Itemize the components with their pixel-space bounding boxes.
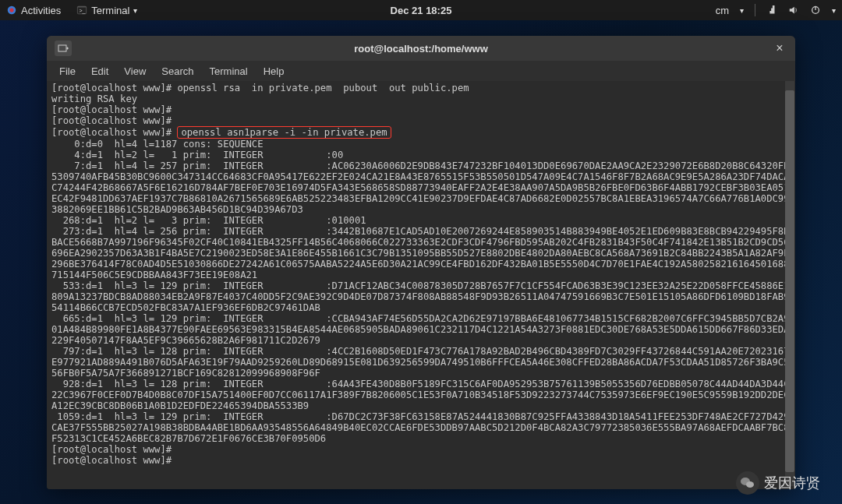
menu-terminal[interactable]: Terminal <box>203 64 254 79</box>
highlighted-command: openssl asn1parse -i -in private.pem <box>177 126 391 139</box>
activities-button[interactable]: Activities <box>6 5 61 16</box>
menubar: File Edit View Search Terminal Help <box>47 61 795 81</box>
menu-edit[interactable]: Edit <box>85 64 115 79</box>
user-label[interactable]: cm <box>716 5 729 16</box>
watermark: 爱因诗贤 <box>736 471 820 495</box>
menu-file[interactable]: File <box>53 64 82 79</box>
power-icon[interactable] <box>810 5 821 16</box>
prompt: [root@localhost www]# <box>51 127 177 138</box>
menu-help[interactable]: Help <box>257 64 291 79</box>
volume-icon[interactable] <box>788 5 799 16</box>
window-title: root@localhost:/home/www <box>354 43 488 55</box>
output-line: [root@localhost www]# openssl rsa in pri… <box>51 83 469 93</box>
menu-search[interactable]: Search <box>155 64 200 79</box>
user-chevron-icon: ▾ <box>740 6 744 15</box>
clock-datetime[interactable]: Dec 21 18:25 <box>391 5 452 16</box>
svg-point-11 <box>746 481 754 488</box>
svg-point-1 <box>9 8 13 12</box>
terminal-output[interactable]: [root@localhost www]# openssl rsa in pri… <box>47 81 795 489</box>
network-icon[interactable] <box>766 5 777 16</box>
close-button[interactable]: × <box>772 41 787 56</box>
app-menu-chevron-icon: ▾ <box>133 6 137 15</box>
separator <box>755 4 755 16</box>
menu-view[interactable]: View <box>118 64 152 79</box>
wechat-icon <box>736 471 759 495</box>
svg-text:>_: >_ <box>80 8 86 14</box>
activities-label: Activities <box>21 5 61 16</box>
gnome-topbar: Activities >_ Terminal ▾ Dec 21 18:25 cm… <box>0 0 842 20</box>
output-line: writing RSA key <box>51 93 137 104</box>
new-tab-button[interactable] <box>55 41 72 56</box>
terminal-app-icon: >_ <box>76 5 87 16</box>
current-app-label: Terminal <box>91 5 129 16</box>
scrollbar-thumb[interactable] <box>785 90 794 472</box>
window-titlebar[interactable]: root@localhost:/home/www × <box>47 36 795 61</box>
output-body: 0:d=0 hl=4 l=1187 cons: SEQUENCE 4:d=1 h… <box>51 139 790 466</box>
new-tab-icon <box>58 44 69 53</box>
system-chevron-icon: ▾ <box>832 6 836 15</box>
svg-rect-7 <box>58 45 66 51</box>
activities-icon <box>6 5 17 16</box>
output-line: [root@localhost www]# <box>51 115 172 126</box>
current-app-indicator[interactable]: >_ Terminal ▾ <box>72 3 142 18</box>
output-line: [root@localhost www]# <box>51 104 172 115</box>
watermark-label: 爱因诗贤 <box>764 474 820 492</box>
terminal-window: root@localhost:/home/www × File Edit Vie… <box>47 36 795 489</box>
